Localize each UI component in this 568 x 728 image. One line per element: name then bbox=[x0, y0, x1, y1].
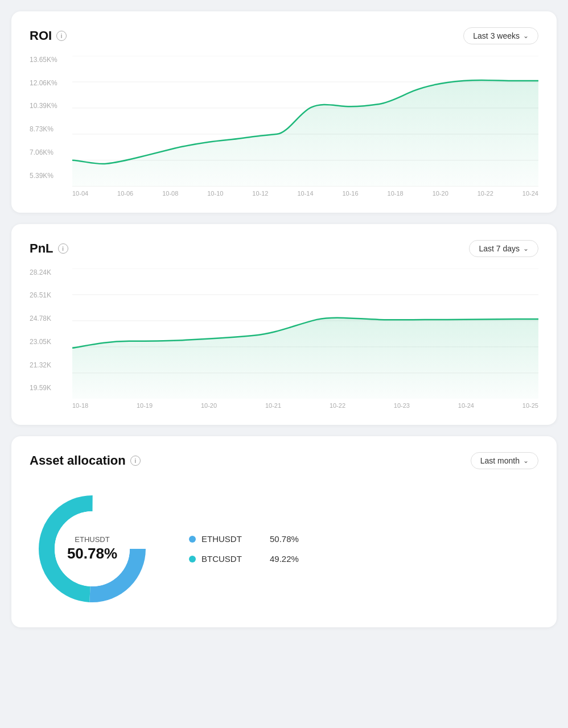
donut-chart: ETHUSDT 50.78% bbox=[30, 486, 155, 611]
pnl-card: PnL i Last 7 days ⌄ 28.24K 26.51K 24.78K… bbox=[11, 224, 557, 425]
pnl-title-text: PnL bbox=[30, 241, 53, 256]
legend-pct-btcusdt: 49.22% bbox=[270, 554, 299, 564]
roi-period-selector[interactable]: Last 3 weeks ⌄ bbox=[463, 27, 538, 44]
roi-y-labels: 13.65K% 12.06K% 10.39K% 8.73K% 7.06K% 5.… bbox=[30, 56, 68, 180]
pnl-chart-inner: 10-18 10-19 10-20 10-21 10-22 10-23 10-2… bbox=[72, 268, 538, 410]
pnl-y-labels: 28.24K 26.51K 24.78K 23.05K 21.32K 19.59… bbox=[30, 268, 68, 392]
pnl-chart-svg bbox=[72, 268, 538, 399]
roi-header: ROI i Last 3 weeks ⌄ bbox=[30, 27, 538, 44]
legend-pct-ethusdt: 50.78% bbox=[270, 534, 299, 544]
pnl-chevron-icon: ⌄ bbox=[523, 245, 529, 253]
roi-info-icon[interactable]: i bbox=[56, 31, 67, 41]
roi-area-fill bbox=[72, 80, 538, 187]
asset-allocation-title-text: Asset allocation bbox=[30, 453, 126, 468]
donut-center-value: 50.78% bbox=[67, 545, 117, 562]
asset-allocation-period-label: Last month bbox=[480, 456, 520, 465]
asset-allocation-legend: ETHUSDT 50.78% BTCUSDT 49.22% bbox=[189, 534, 299, 564]
roi-title-text: ROI bbox=[30, 28, 52, 43]
pnl-period-label: Last 7 days bbox=[479, 244, 520, 253]
roi-chart-inner: 10-04 10-06 10-08 10-10 10-12 10-14 10-1… bbox=[72, 56, 538, 197]
roi-title: ROI i bbox=[30, 28, 67, 43]
roi-chevron-icon: ⌄ bbox=[523, 32, 529, 40]
roi-chart-svg bbox=[72, 56, 538, 187]
pnl-area-fill bbox=[72, 317, 538, 399]
pnl-x-labels: 10-18 10-19 10-20 10-21 10-22 10-23 10-2… bbox=[72, 402, 538, 409]
donut-center-label: ETHUSDT bbox=[67, 535, 117, 544]
asset-allocation-info-icon[interactable]: i bbox=[130, 456, 141, 466]
roi-chart-area: 13.65K% 12.06K% 10.39K% 8.73K% 7.06K% 5.… bbox=[30, 56, 538, 197]
asset-allocation-title: Asset allocation i bbox=[30, 453, 141, 468]
pnl-chart-area: 28.24K 26.51K 24.78K 23.05K 21.32K 19.59… bbox=[30, 268, 538, 410]
roi-card: ROI i Last 3 weeks ⌄ 13.65K% 12.06K% 10.… bbox=[11, 11, 557, 213]
donut-section: ETHUSDT 50.78% ETHUSDT 50.78% BTCUSDT 49… bbox=[30, 481, 538, 611]
asset-allocation-header: Asset allocation i Last month ⌄ bbox=[30, 452, 538, 469]
legend-dot-btcusdt bbox=[189, 556, 196, 562]
asset-allocation-chevron-icon: ⌄ bbox=[523, 457, 529, 465]
legend-name-btcusdt: BTCUSDT bbox=[201, 554, 247, 564]
pnl-info-icon[interactable]: i bbox=[58, 243, 68, 254]
pnl-period-selector[interactable]: Last 7 days ⌄ bbox=[469, 240, 538, 257]
pnl-header: PnL i Last 7 days ⌄ bbox=[30, 240, 538, 257]
legend-dot-ethusdt bbox=[189, 536, 196, 543]
asset-allocation-card: Asset allocation i Last month ⌄ ETHU bbox=[11, 436, 557, 627]
donut-center-text: ETHUSDT 50.78% bbox=[67, 535, 117, 562]
roi-x-labels: 10-04 10-06 10-08 10-10 10-12 10-14 10-1… bbox=[72, 190, 538, 197]
roi-period-label: Last 3 weeks bbox=[473, 31, 520, 40]
asset-allocation-period-selector[interactable]: Last month ⌄ bbox=[471, 452, 538, 469]
pnl-title: PnL i bbox=[30, 241, 68, 256]
legend-item-ethusdt: ETHUSDT 50.78% bbox=[189, 534, 299, 544]
legend-item-btcusdt: BTCUSDT 49.22% bbox=[189, 554, 299, 564]
legend-name-ethusdt: ETHUSDT bbox=[201, 534, 247, 544]
